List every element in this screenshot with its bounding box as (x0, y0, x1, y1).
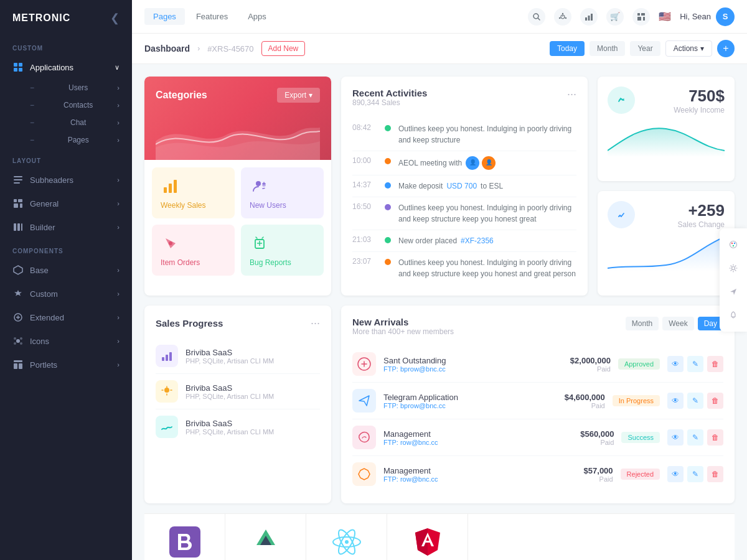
svg-point-38 (256, 181, 261, 186)
delete-btn[interactable]: 🗑 (707, 466, 723, 482)
weekly-income-icon (608, 86, 635, 114)
svg-rect-37 (174, 180, 177, 193)
svg-rect-13 (21, 223, 22, 231)
network-icon[interactable] (554, 8, 571, 26)
svg-rect-21 (14, 363, 17, 369)
svg-rect-8 (18, 199, 22, 202)
svg-point-43 (616, 210, 626, 220)
export-button[interactable]: Export ▾ (277, 88, 320, 103)
today-btn[interactable]: Today (550, 41, 585, 56)
new-users-label: New Users (250, 201, 315, 210)
sidebar-toggle[interactable]: ❮ (110, 11, 120, 25)
sp-name: Briviba SaaS (186, 383, 320, 393)
arrivals-subtitle: More than 400+ new members (352, 327, 454, 336)
sidebar-item-general[interactable]: General › (0, 192, 132, 215)
topbar-features-btn[interactable]: Features (187, 8, 237, 25)
sidebar-item-users[interactable]: Users› (30, 79, 132, 96)
arrival-actions: 👁 ✎ 🗑 (667, 356, 723, 372)
svg-point-16 (14, 337, 16, 340)
delete-btn[interactable]: 🗑 (707, 429, 723, 446)
view-btn[interactable]: 👁 (667, 466, 684, 482)
edit-btn[interactable]: ✎ (687, 429, 703, 446)
rt-settings-icon[interactable] (723, 258, 743, 278)
user-avatar[interactable]: S (716, 7, 735, 26)
rt-send-icon[interactable] (723, 282, 743, 302)
topbar-icons: 🛒 🇺🇸 Hi, Sean S (528, 7, 735, 26)
edit-btn[interactable]: ✎ (687, 356, 703, 372)
arrival-price: $560,000 (580, 429, 614, 439)
edit-btn[interactable]: ✎ (687, 466, 703, 482)
sidebar-item-pages[interactable]: Pages› (30, 131, 132, 149)
sp-menu[interactable]: ··· (311, 317, 320, 330)
arr-tab-week[interactable]: Week (662, 317, 693, 330)
svg-rect-46 (169, 352, 172, 361)
categories-grid: Weekly Sales New Users Item Orders (144, 160, 331, 283)
applications-arrow: ∨ (115, 63, 120, 72)
grid-icon[interactable] (632, 8, 650, 26)
view-btn[interactable]: 👁 (667, 393, 684, 409)
topbar-apps-btn[interactable]: Apps (239, 8, 275, 25)
sp-desc: PHP, SQLite, Artisan CLI MM (186, 357, 320, 365)
search-icon[interactable] (528, 8, 545, 26)
category-item-orders[interactable]: Item Orders (152, 225, 235, 276)
activity-item: 14:37 Make deposit USD 700 to ESL (352, 175, 576, 197)
breadcrumb-title: Dashboard (144, 44, 190, 54)
view-btn[interactable]: 👁 (667, 356, 684, 372)
delete-btn[interactable]: 🗑 (707, 393, 723, 409)
chart-icon[interactable] (580, 8, 598, 26)
flag-icon[interactable]: 🇺🇸 (659, 11, 671, 22)
sidebar-item-applications[interactable]: Applications ∨ (0, 55, 132, 79)
top-row: Categories Export ▾ (144, 77, 735, 296)
sidebar-item-extended[interactable]: Extended › (0, 306, 132, 329)
month-btn[interactable]: Month (590, 41, 625, 56)
activities-header: Recent Activities 890,344 Sales ··· (352, 88, 576, 116)
cart-icon[interactable]: 🛒 (606, 8, 624, 26)
arr-tab-month[interactable]: Month (626, 317, 659, 330)
sidebar-item-portlets[interactable]: Portlets › (0, 353, 132, 376)
year-btn[interactable]: Year (630, 41, 660, 56)
edit-btn[interactable]: ✎ (687, 393, 703, 409)
sp-item: Briviba SaaS PHP, SQLite, Artisan CLI MM (156, 338, 320, 374)
add-new-button[interactable]: Add New (261, 41, 306, 56)
sidebar-item-contacts[interactable]: Contacts› (30, 96, 132, 114)
arrival-ftp: row@bnc.cc (400, 475, 438, 483)
subheader-right: Today Month Year Actions ▾ + (550, 40, 735, 57)
svg-point-17 (20, 337, 22, 340)
rt-bell-icon[interactable] (723, 306, 743, 325)
topbar-pages-btn[interactable]: Pages (144, 8, 185, 25)
arrival-status: Success (621, 432, 660, 443)
bug-reports-label: Bug Reports (250, 258, 315, 267)
sidebar-item-icons[interactable]: Icons › (0, 329, 132, 353)
category-new-users[interactable]: New Users (241, 167, 324, 218)
sidebar-item-subheaders[interactable]: Subheaders › (0, 168, 132, 192)
arrival-icon (352, 352, 376, 376)
subheaders-arrow: › (117, 176, 120, 184)
arrival-row: Telegram Application FTP: bprow@bnc.cc $… (352, 383, 723, 419)
arrival-icon (352, 389, 376, 413)
category-weekly-sales[interactable]: Weekly Sales (152, 167, 235, 218)
svg-point-23 (533, 14, 538, 19)
sidebar-item-builder[interactable]: Builder › (0, 215, 132, 239)
general-arrow: › (117, 200, 120, 207)
add-button[interactable]: + (717, 40, 735, 57)
right-toolbar (720, 228, 747, 332)
category-bug-reports[interactable]: Bug Reports (241, 225, 324, 276)
sidebar-item-custom[interactable]: Custom › (0, 282, 132, 306)
arrival-price: $57,000 (584, 466, 613, 475)
arrivals-title: New Arrivals (352, 317, 454, 327)
svg-point-57 (733, 245, 734, 246)
svg-rect-31 (637, 13, 640, 16)
sidebar-item-base[interactable]: Base › (0, 258, 132, 282)
delete-btn[interactable]: 🗑 (707, 356, 723, 372)
rt-palette-icon[interactable] (723, 235, 743, 254)
vue-logo (225, 514, 306, 561)
view-btn[interactable]: 👁 (667, 429, 684, 446)
actions-button[interactable]: Actions ▾ (665, 40, 712, 57)
subheader: Dashboard › #XRS-45670 Add New Today Mon… (132, 34, 747, 64)
act-dot (385, 204, 391, 210)
sidebar-item-chat[interactable]: Chat› (30, 114, 132, 131)
activities-menu[interactable]: ··· (567, 88, 576, 101)
nav-section-custom: CUSTOM (0, 36, 132, 55)
arrival-icon (352, 462, 376, 486)
sidebar: METRONIC ❮ CUSTOM Applications ∨ Users› … (0, 0, 132, 560)
